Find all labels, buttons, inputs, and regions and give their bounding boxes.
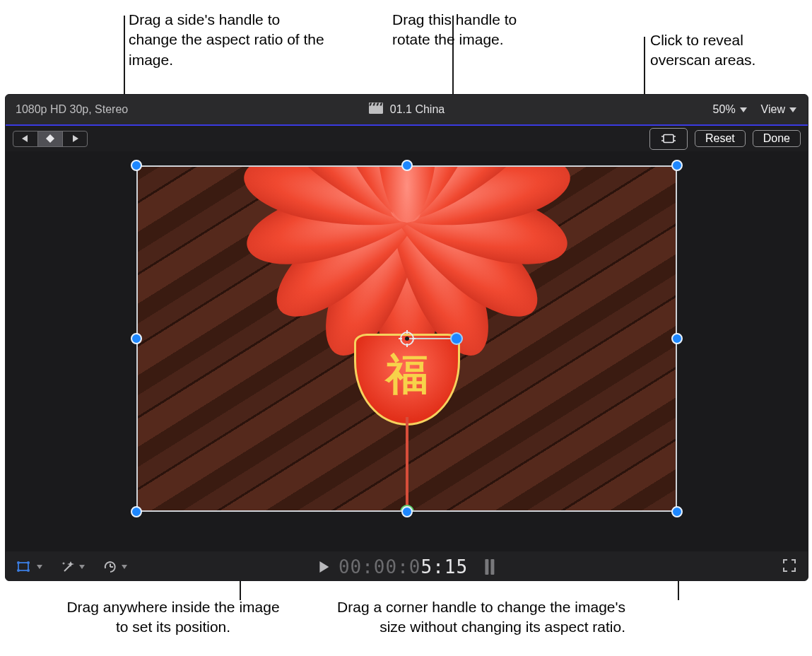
handle-bottom-mid[interactable]: [401, 506, 413, 517]
timecode-lit: 5:15: [420, 556, 468, 578]
svg-point-21: [17, 561, 20, 564]
chevron-down-icon: [740, 107, 747, 112]
lantern-stem: [406, 417, 408, 512]
keyframe-nav-segment: [13, 131, 88, 147]
viewer-canvas[interactable]: 福: [6, 151, 808, 551]
play-button[interactable]: [319, 561, 329, 573]
svg-rect-1: [369, 102, 383, 106]
handle-top-left[interactable]: [131, 160, 142, 171]
svg-rect-2: [369, 103, 372, 106]
add-keyframe-button[interactable]: [38, 131, 63, 146]
chevron-down-icon: [789, 107, 796, 112]
view-label: View: [761, 103, 785, 116]
fu-glyph: 福: [386, 346, 428, 404]
center-anchor[interactable]: [399, 330, 416, 347]
svg-marker-6: [22, 135, 28, 142]
viewer-footer: 00:00:05:15: [6, 551, 808, 581]
rotation-handle[interactable]: [450, 332, 463, 345]
done-button[interactable]: Done: [753, 130, 801, 147]
callout-overscan: Click to reveal overscan areas.: [650, 30, 806, 71]
handle-bottom-right[interactable]: [671, 506, 683, 517]
svg-rect-4: [376, 103, 379, 106]
zoom-select[interactable]: 50%: [713, 103, 747, 116]
svg-rect-9: [664, 135, 673, 143]
svg-rect-20: [18, 563, 28, 570]
svg-point-15: [405, 336, 409, 341]
svg-marker-8: [73, 135, 78, 142]
chevron-down-icon: [79, 565, 85, 569]
clip-name: 01.1 China: [390, 103, 445, 116]
callout-inside-drag: Drag anywhere inside the image to set it…: [64, 597, 283, 638]
clip-image[interactable]: 福: [136, 165, 677, 512]
handle-mid-left[interactable]: [131, 333, 142, 344]
retime-tool-menu[interactable]: [103, 561, 127, 573]
fullscreen-button[interactable]: [782, 558, 796, 575]
svg-marker-26: [67, 561, 74, 567]
chevron-down-icon: [122, 565, 127, 569]
svg-marker-7: [46, 134, 54, 143]
next-keyframe-button[interactable]: [63, 131, 87, 146]
timecode-dim: 00:00:0: [339, 556, 421, 578]
viewer-header: 1080p HD 30p, Stereo 01.1 China 50% View: [6, 95, 808, 126]
timecode-display[interactable]: 00:00:05:15: [339, 556, 468, 578]
audio-meters: [485, 559, 494, 575]
viewer-window: 1080p HD 30p, Stereo 01.1 China 50% View: [5, 94, 808, 581]
handle-top-right[interactable]: [671, 160, 683, 171]
callout-corner-handle: Drag a corner handle to change the image…: [322, 597, 625, 638]
chevron-down-icon: [37, 565, 42, 569]
format-label: 1080p HD 30p, Stereo: [6, 103, 128, 116]
enhance-tool-menu[interactable]: [61, 561, 85, 573]
zoom-value: 50%: [713, 103, 736, 116]
prev-keyframe-button[interactable]: [13, 131, 38, 146]
reset-button[interactable]: Reset: [695, 130, 746, 147]
svg-point-22: [27, 561, 30, 564]
callout-side-handle: Drag a side's handle to change the aspec…: [129, 10, 326, 70]
callout-rotate-handle: Drag this handle to rotate the image.: [392, 10, 548, 50]
svg-marker-27: [62, 562, 66, 565]
handle-mid-right[interactable]: [671, 333, 683, 344]
svg-rect-0: [369, 105, 383, 114]
svg-rect-3: [372, 103, 375, 106]
handle-bottom-left[interactable]: [131, 506, 142, 517]
svg-point-24: [27, 569, 30, 572]
fu-medallion: 福: [354, 334, 460, 426]
transport-controls: 00:00:05:15: [319, 556, 494, 578]
svg-rect-5: [379, 103, 382, 106]
svg-point-23: [17, 569, 20, 572]
viewer-toolbar: Reset Done: [6, 126, 808, 151]
view-select[interactable]: View: [761, 103, 796, 116]
handle-top-mid[interactable]: [401, 160, 413, 171]
transform-tool-menu[interactable]: [17, 561, 42, 573]
overscan-button[interactable]: [649, 128, 688, 150]
clapperboard-icon: [369, 102, 383, 117]
